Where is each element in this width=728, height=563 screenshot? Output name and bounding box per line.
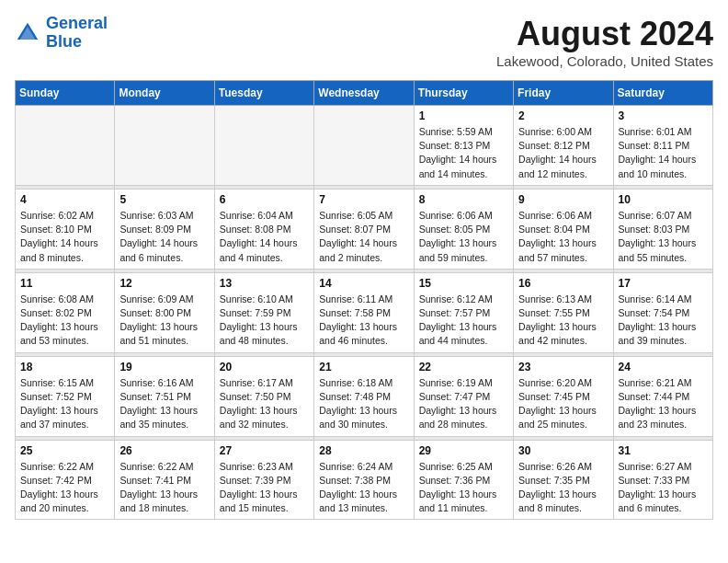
calendar-cell: 28Sunrise: 6:24 AM Sunset: 7:38 PM Dayli… (314, 440, 414, 520)
calendar-cell: 4Sunrise: 6:02 AM Sunset: 8:10 PM Daylig… (16, 189, 115, 269)
calendar-cell (314, 106, 414, 186)
day-number: 28 (319, 444, 408, 457)
week-row-3: 11Sunrise: 6:08 AM Sunset: 8:02 PM Dayli… (16, 272, 713, 352)
day-number: 24 (619, 361, 708, 373)
day-number: 20 (220, 361, 309, 373)
day-number: 12 (119, 277, 209, 290)
day-number: 14 (319, 277, 408, 290)
day-number: 25 (20, 444, 109, 457)
day-number: 8 (419, 193, 508, 206)
logo-text: General Blue (46, 15, 108, 52)
location-title: Lakewood, Colorado, United States (496, 53, 713, 69)
day-info: Sunrise: 6:10 AM Sunset: 7:59 PM Dayligh… (220, 293, 309, 349)
day-info: Sunrise: 6:04 AM Sunset: 8:08 PM Dayligh… (220, 209, 309, 265)
calendar-cell: 5Sunrise: 6:03 AM Sunset: 8:09 PM Daylig… (115, 189, 214, 269)
calendar-cell: 26Sunrise: 6:22 AM Sunset: 7:41 PM Dayli… (115, 440, 214, 520)
calendar-cell: 7Sunrise: 6:05 AM Sunset: 8:07 PM Daylig… (314, 189, 414, 269)
calendar-cell: 27Sunrise: 6:23 AM Sunset: 7:39 PM Dayli… (214, 440, 313, 520)
calendar-cell: 10Sunrise: 6:07 AM Sunset: 8:03 PM Dayli… (613, 189, 712, 269)
day-number: 26 (119, 444, 209, 457)
day-info: Sunrise: 6:17 AM Sunset: 7:50 PM Dayligh… (220, 376, 309, 432)
calendar-cell: 22Sunrise: 6:19 AM Sunset: 7:47 PM Dayli… (414, 356, 513, 436)
calendar-cell: 31Sunrise: 6:27 AM Sunset: 7:33 PM Dayli… (613, 440, 712, 520)
calendar-cell: 3Sunrise: 6:01 AM Sunset: 8:11 PM Daylig… (613, 106, 712, 186)
day-number: 7 (319, 193, 408, 206)
calendar-cell: 23Sunrise: 6:20 AM Sunset: 7:45 PM Dayli… (514, 356, 613, 436)
day-info: Sunrise: 6:02 AM Sunset: 8:10 PM Dayligh… (20, 209, 109, 265)
day-info: Sunrise: 6:09 AM Sunset: 8:00 PM Dayligh… (119, 293, 209, 349)
calendar-cell: 20Sunrise: 6:17 AM Sunset: 7:50 PM Dayli… (214, 356, 313, 436)
calendar-cell: 25Sunrise: 6:22 AM Sunset: 7:42 PM Dayli… (16, 440, 115, 520)
day-number: 29 (419, 444, 508, 457)
day-info: Sunrise: 6:21 AM Sunset: 7:44 PM Dayligh… (619, 376, 708, 432)
day-info: Sunrise: 6:16 AM Sunset: 7:51 PM Dayligh… (119, 376, 209, 432)
weekday-header-friday: Friday (514, 81, 613, 106)
day-number: 10 (619, 193, 708, 206)
calendar-cell: 12Sunrise: 6:09 AM Sunset: 8:00 PM Dayli… (115, 272, 214, 352)
day-info: Sunrise: 6:12 AM Sunset: 7:57 PM Dayligh… (419, 293, 508, 349)
day-number: 4 (20, 193, 109, 206)
day-number: 5 (119, 193, 209, 206)
page-header: General Blue August 2024 Lakewood, Color… (15, 15, 713, 69)
logo-icon (15, 20, 40, 46)
day-number: 19 (119, 361, 209, 373)
calendar-cell: 21Sunrise: 6:18 AM Sunset: 7:48 PM Dayli… (314, 356, 414, 436)
weekday-header-thursday: Thursday (414, 81, 513, 106)
week-row-1: 1Sunrise: 5:59 AM Sunset: 8:13 PM Daylig… (16, 106, 713, 186)
calendar-cell: 18Sunrise: 6:15 AM Sunset: 7:52 PM Dayli… (16, 356, 115, 436)
calendar-cell: 19Sunrise: 6:16 AM Sunset: 7:51 PM Dayli… (115, 356, 214, 436)
day-info: Sunrise: 6:03 AM Sunset: 8:09 PM Dayligh… (119, 209, 209, 265)
month-title: August 2024 (496, 15, 713, 53)
day-number: 13 (220, 277, 309, 290)
week-row-4: 18Sunrise: 6:15 AM Sunset: 7:52 PM Dayli… (16, 356, 713, 436)
calendar-cell (16, 106, 115, 186)
day-number: 2 (518, 109, 608, 122)
day-info: Sunrise: 6:07 AM Sunset: 8:03 PM Dayligh… (619, 209, 708, 265)
day-number: 11 (20, 277, 109, 290)
calendar-cell (214, 106, 313, 186)
calendar-cell: 1Sunrise: 5:59 AM Sunset: 8:13 PM Daylig… (414, 106, 513, 186)
calendar-cell: 2Sunrise: 6:00 AM Sunset: 8:12 PM Daylig… (514, 106, 613, 186)
week-row-2: 4Sunrise: 6:02 AM Sunset: 8:10 PM Daylig… (16, 189, 713, 269)
day-info: Sunrise: 6:14 AM Sunset: 7:54 PM Dayligh… (619, 293, 708, 349)
calendar-cell: 9Sunrise: 6:06 AM Sunset: 8:04 PM Daylig… (514, 189, 613, 269)
calendar-cell: 15Sunrise: 6:12 AM Sunset: 7:57 PM Dayli… (414, 272, 513, 352)
weekday-header-tuesday: Tuesday (214, 81, 313, 106)
day-info: Sunrise: 6:24 AM Sunset: 7:38 PM Dayligh… (319, 460, 408, 516)
day-info: Sunrise: 6:00 AM Sunset: 8:12 PM Dayligh… (518, 125, 608, 181)
week-row-5: 25Sunrise: 6:22 AM Sunset: 7:42 PM Dayli… (16, 440, 713, 520)
weekday-header-sunday: Sunday (16, 81, 115, 106)
weekday-header-monday: Monday (115, 81, 214, 106)
day-info: Sunrise: 6:06 AM Sunset: 8:05 PM Dayligh… (419, 209, 508, 265)
day-number: 16 (518, 277, 608, 290)
day-number: 1 (419, 109, 508, 122)
day-number: 15 (419, 277, 508, 290)
calendar-cell: 30Sunrise: 6:26 AM Sunset: 7:35 PM Dayli… (514, 440, 613, 520)
day-number: 21 (319, 361, 408, 373)
day-info: Sunrise: 5:59 AM Sunset: 8:13 PM Dayligh… (419, 125, 508, 181)
day-info: Sunrise: 6:20 AM Sunset: 7:45 PM Dayligh… (518, 376, 608, 432)
day-info: Sunrise: 6:22 AM Sunset: 7:41 PM Dayligh… (119, 460, 209, 516)
title-block: August 2024 Lakewood, Colorado, United S… (496, 15, 713, 69)
day-info: Sunrise: 6:06 AM Sunset: 8:04 PM Dayligh… (518, 209, 608, 265)
day-info: Sunrise: 6:22 AM Sunset: 7:42 PM Dayligh… (20, 460, 109, 516)
day-info: Sunrise: 6:11 AM Sunset: 7:58 PM Dayligh… (319, 293, 408, 349)
calendar-cell: 29Sunrise: 6:25 AM Sunset: 7:36 PM Dayli… (414, 440, 513, 520)
weekday-header-saturday: Saturday (613, 81, 712, 106)
day-info: Sunrise: 6:27 AM Sunset: 7:33 PM Dayligh… (619, 460, 708, 516)
day-info: Sunrise: 6:13 AM Sunset: 7:55 PM Dayligh… (518, 293, 608, 349)
day-number: 22 (419, 361, 508, 373)
day-number: 31 (619, 444, 708, 457)
day-number: 27 (220, 444, 309, 457)
calendar-cell: 6Sunrise: 6:04 AM Sunset: 8:08 PM Daylig… (214, 189, 313, 269)
day-number: 3 (619, 109, 708, 122)
calendar-cell: 13Sunrise: 6:10 AM Sunset: 7:59 PM Dayli… (214, 272, 313, 352)
day-info: Sunrise: 6:01 AM Sunset: 8:11 PM Dayligh… (619, 125, 708, 181)
day-number: 6 (220, 193, 309, 206)
weekday-header-wednesday: Wednesday (314, 81, 414, 106)
day-info: Sunrise: 6:08 AM Sunset: 8:02 PM Dayligh… (20, 293, 109, 349)
day-info: Sunrise: 6:26 AM Sunset: 7:35 PM Dayligh… (518, 460, 608, 516)
day-number: 18 (20, 361, 109, 373)
calendar-cell: 16Sunrise: 6:13 AM Sunset: 7:55 PM Dayli… (514, 272, 613, 352)
day-info: Sunrise: 6:23 AM Sunset: 7:39 PM Dayligh… (220, 460, 309, 516)
